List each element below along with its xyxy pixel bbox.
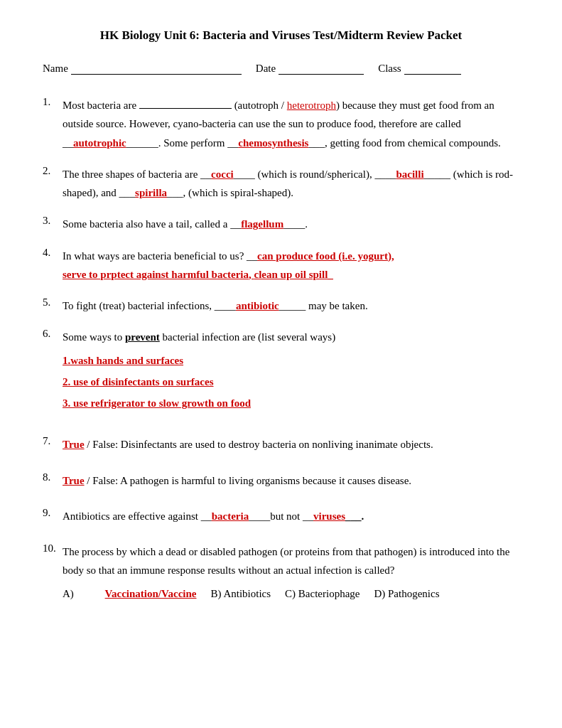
q1-answer2: autotrophic xyxy=(73,137,126,149)
q1-text-before: Most bacteria are xyxy=(63,100,136,111)
q2-number: 2. xyxy=(43,165,58,203)
q7-content: True / False: Disinfectants are used to … xyxy=(63,435,519,454)
question-7: 7. True / False: Disinfectants are used … xyxy=(43,435,519,454)
q9-text-after: ___. xyxy=(345,510,364,522)
q4-text-before: In what ways are bacteria beneficial to … xyxy=(63,250,257,262)
question-10: 10. The process by which a dead or disab… xyxy=(43,542,519,603)
q1-text-middle: (autotroph / xyxy=(234,100,287,111)
q3-answer: flagellum xyxy=(241,218,283,230)
class-field: Class xyxy=(378,63,461,75)
q9-answer2: viruses xyxy=(313,510,345,522)
prevention-list: 1.wash hands and surfaces 2. use of disi… xyxy=(63,351,519,413)
q8-text-after: / False: A pathogen is harmful to living… xyxy=(85,475,411,486)
q9-number: 9. xyxy=(43,507,58,525)
q1-answer1: heterotroph xyxy=(287,100,336,111)
q7-number: 7. xyxy=(43,435,58,454)
q4-end: _ xyxy=(328,269,333,280)
question-4: 4. In what ways are bacteria beneficial … xyxy=(43,247,519,284)
q9-content: Antibiotics are effective against __bact… xyxy=(63,507,519,525)
q6-content: Some ways to prevent bacterial infection… xyxy=(63,328,519,415)
q5-answer: antibiotic xyxy=(236,300,279,311)
date-field: Date xyxy=(256,63,364,75)
q1-text-after2: ______. Some perform __ xyxy=(126,137,238,149)
q2-content: The three shapes of bacteria are __cocci… xyxy=(63,165,519,203)
prevention-item-3: 3. use refrigerator to slow growth on fo… xyxy=(63,394,519,412)
class-input-line xyxy=(404,74,461,75)
q6-number: 6. xyxy=(43,328,58,415)
q10-option-d: D) Pathogenics xyxy=(374,584,439,603)
q9-text-middle: ____but not __ xyxy=(249,510,313,522)
q2-text-middle1: ____ (which is round/spherical), ____ xyxy=(234,168,396,180)
q10-option-c: C) Bacteriophage xyxy=(285,584,360,603)
q10-option-b: B) Antibiotics xyxy=(210,584,271,603)
q10-content: The process by which a dead or disabled … xyxy=(63,542,519,603)
spacer xyxy=(43,428,519,435)
name-input-line xyxy=(71,74,242,75)
q10-text: The process by which a dead or disabled … xyxy=(63,546,509,576)
class-label: Class xyxy=(378,63,401,75)
q6-bold-underline: prevent xyxy=(125,331,160,343)
prevention-item-1: 1.wash hands and surfaces xyxy=(63,351,519,370)
q2-text-before: The three shapes of bacteria are __ xyxy=(63,168,211,180)
question-3: 3. Some bacteria also have a tail, calle… xyxy=(43,215,519,233)
q4-answer-line2: serve to prptect against harmful bacteri… xyxy=(63,269,249,280)
question-8: 8. True / False: A pathogen is harmful t… xyxy=(43,471,519,490)
name-field: Name xyxy=(43,63,242,75)
q6-text-before: Some ways to xyxy=(63,331,125,343)
q2-answer2: bacilli xyxy=(396,168,423,180)
q3-content: Some bacteria also have a tail, called a… xyxy=(63,215,519,233)
question-6: 6. Some ways to prevent bacterial infect… xyxy=(43,328,519,415)
q7-answer-start: True xyxy=(63,439,85,450)
q2-text-after: ___, (which is spiral-shaped). xyxy=(167,187,293,198)
questions-list: 1. Most bacteria are (autotroph / hetero… xyxy=(43,96,519,603)
question-1: 1. Most bacteria are (autotroph / hetero… xyxy=(43,96,519,152)
q4-answer-line1: can produce food (i.e. yogurt), xyxy=(257,250,394,262)
q1-answer3: chemosynthesis xyxy=(238,137,308,149)
q5-number: 5. xyxy=(43,296,58,315)
q9-answer1: bacteria xyxy=(212,510,249,522)
q1-content: Most bacteria are (autotroph / heterotro… xyxy=(63,96,519,152)
q10-option-a-prefix: A) xyxy=(63,584,74,603)
q9-text-before: Antibiotics are effective against __ xyxy=(63,510,212,522)
question-2: 2. The three shapes of bacteria are __co… xyxy=(43,165,519,203)
q3-text-before: Some bacteria also have a tail, called a… xyxy=(63,218,241,230)
q5-content: To fight (treat) bacterial infections, _… xyxy=(63,296,519,315)
q2-answer1: cocci xyxy=(211,168,234,180)
date-label: Date xyxy=(256,63,276,75)
q10-option-a-answer: Vaccination/Vaccine xyxy=(105,584,197,603)
q8-number: 8. xyxy=(43,471,58,490)
q10-number: 10. xyxy=(43,542,58,603)
q4-answer-line3: clean up oil spill xyxy=(254,269,328,280)
header-line: Name Date Class xyxy=(43,63,519,75)
q8-answer-start: True xyxy=(63,475,85,486)
q7-text-after: / False: Disinfectants are used to destr… xyxy=(85,439,433,450)
q4-separator: , xyxy=(249,269,254,280)
q10-options: A) Vaccination/Vaccine B) Antibiotics C)… xyxy=(63,584,519,603)
question-5: 5. To fight (treat) bacterial infections… xyxy=(43,296,519,315)
prevention-item-2: 2. use of disinfectants on surfaces xyxy=(63,373,519,391)
q5-text-before: To fight (treat) bacterial infections, _… xyxy=(63,300,236,311)
q2-answer3: spirilla xyxy=(135,187,167,198)
q1-blank1 xyxy=(139,108,232,109)
q4-content: In what ways are bacteria beneficial to … xyxy=(63,247,519,284)
q1-number: 1. xyxy=(43,96,58,152)
page-title: HK Biology Unit 6: Bacteria and Viruses … xyxy=(43,28,519,43)
date-input-line xyxy=(279,74,364,75)
q5-text-after: _____ may be taken. xyxy=(279,300,368,311)
q3-number: 3. xyxy=(43,215,58,233)
q8-content: True / False: A pathogen is harmful to l… xyxy=(63,471,519,490)
q6-text-after: bacterial infection are (list several wa… xyxy=(160,331,335,343)
question-9: 9. Antibiotics are effective against __b… xyxy=(43,507,519,525)
q1-text-after3: ___, getting food from chemical compound… xyxy=(308,137,500,149)
q4-number: 4. xyxy=(43,247,58,284)
q3-text-after: ____. xyxy=(283,218,308,230)
name-label: Name xyxy=(43,63,68,75)
